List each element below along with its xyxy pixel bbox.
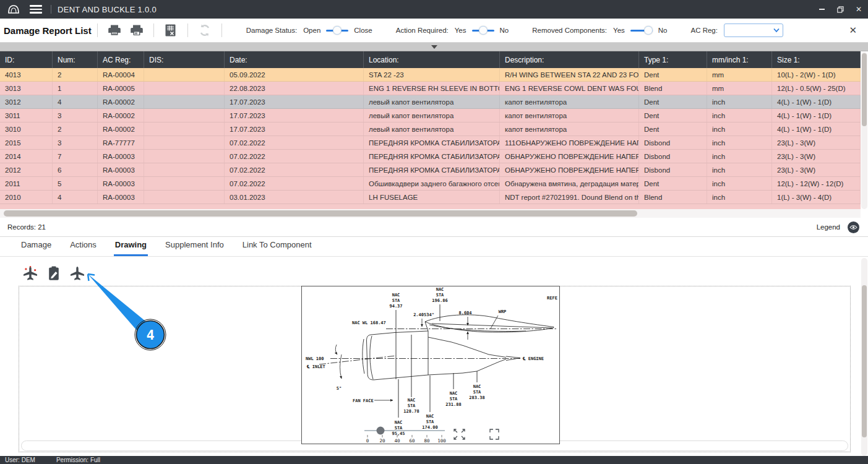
svg-text:231.88: 231.88 [445, 402, 461, 407]
table-cell: 2015 [0, 136, 53, 149]
filter-label: Removed Components: [532, 27, 607, 34]
export-excel-button[interactable] [163, 23, 178, 38]
legend-toggle-button[interactable] [848, 221, 859, 233]
table-cell: 2 [53, 68, 98, 81]
table-cell: RA-77777 [98, 136, 144, 149]
ac-reg-select[interactable] [724, 24, 783, 37]
table-row[interactable]: 30124RA-0000217.07.2023левый капот венти… [0, 95, 861, 109]
print-preview-button[interactable] [129, 23, 144, 38]
column-header[interactable]: mm/inch 1: [707, 51, 772, 68]
svg-text:NAC: NAC [473, 384, 481, 389]
svg-text:NAC: NAC [436, 287, 444, 292]
svg-text:STA: STA [395, 426, 403, 431]
splitter-bar[interactable] [0, 43, 868, 51]
table-row[interactable]: 20147RA-0000307.02.2022ПЕРЕДНЯЯ КРОМКА С… [0, 150, 861, 163]
table-vertical-scrollbar[interactable] [861, 52, 867, 209]
aircraft-damage-markers-icon[interactable] [22, 265, 38, 281]
table-row[interactable]: 40132RA-0000405.09.2022STA 22 -23R/H WIN… [0, 68, 861, 82]
table-row[interactable]: 30131RA-0000522.08.2023ENG 1 REVERSE RH … [0, 82, 861, 95]
table-cell: левый капот вентилятора [364, 109, 500, 122]
column-header[interactable]: Location: [364, 51, 500, 68]
table-cell: inch [707, 136, 772, 149]
column-header[interactable]: ID: [0, 51, 53, 68]
column-header[interactable]: Type 1: [639, 51, 707, 68]
table-cell: 10(L) - 2(W) - 1(D) [772, 68, 861, 81]
table-cell: 3 [53, 109, 98, 122]
aircraft-icon[interactable] [69, 265, 85, 281]
table-cell: inch [707, 95, 772, 108]
eye-icon [849, 225, 857, 230]
svg-text:174.00: 174.00 [422, 425, 437, 430]
table-cell: 2012 [0, 163, 53, 176]
svg-text:NAC WL 168.47: NAC WL 168.47 [352, 320, 386, 325]
drawing-vertical-scrollbar[interactable] [861, 258, 867, 456]
column-header[interactable]: Date: [225, 51, 364, 68]
tab-damage[interactable]: Damage [20, 236, 53, 256]
table-cell: RA-00003 [98, 163, 144, 176]
svg-text:60: 60 [409, 438, 415, 444]
tab-drawing[interactable]: Drawing [114, 236, 148, 256]
table-row[interactable]: 20153RA-7777707.02.2022ПЕРЕДНЯЯ КРОМКА С… [0, 136, 861, 150]
edit-clipboard-icon[interactable] [46, 265, 62, 281]
detail-tabs: DamageActionsDrawingSupplement InfoLink … [0, 238, 868, 257]
svg-text:80: 80 [424, 438, 430, 444]
table-cell: RA-00005 [98, 82, 144, 95]
svg-text:283.38: 283.38 [469, 395, 484, 400]
tab-link-to-component[interactable]: Link To Component [241, 236, 313, 256]
column-header[interactable]: Num: [53, 51, 98, 68]
table-row[interactable]: 20104RA-0000303.01.2023LH FUSELAGENDT re… [0, 191, 861, 204]
table-cell: inch [707, 109, 772, 122]
column-header[interactable]: DIS: [144, 51, 225, 68]
fullscreen-icon[interactable] [490, 429, 499, 439]
minimize-button[interactable] [812, 0, 831, 19]
table-cell: Disbond [639, 163, 707, 176]
legend-label: Legend [817, 223, 840, 231]
table-cell: капот вентилятора [500, 109, 639, 122]
filter-toggle[interactable] [630, 26, 653, 35]
table-cell: NDT report #27021991. Dound Blend on the… [500, 191, 639, 204]
menu-icon[interactable] [30, 5, 42, 14]
table-cell: 05.09.2022 [225, 68, 364, 81]
restore-button[interactable] [831, 0, 849, 19]
app-logo-icon [6, 4, 21, 15]
svg-text:STA: STA [473, 390, 481, 395]
close-report-button[interactable]: ✕ [849, 25, 857, 36]
table-cell: inch [707, 177, 772, 190]
table-row[interactable]: 30102RA-0000217.07.2023левый капот венти… [0, 122, 861, 136]
table-cell [144, 150, 225, 163]
table-cell [144, 163, 225, 176]
close-window-button[interactable]: ✕ [849, 0, 868, 19]
print-button[interactable] [107, 23, 122, 38]
refresh-button[interactable] [197, 23, 212, 38]
tab-actions[interactable]: Actions [69, 236, 98, 256]
table-cell: 5 [53, 177, 98, 190]
table-row[interactable]: 30113RA-0000217.07.2023левый капот венти… [0, 109, 861, 122]
table-cell: Обнаружена вмятина, деградация материала… [500, 177, 639, 190]
column-header[interactable]: Description: [500, 51, 639, 68]
nacelle-drawing[interactable]: NACSTA94.37NACSTA95,45NACSTA196.86NACSTA… [301, 286, 560, 444]
table-row[interactable]: 20115RA-0000307.02.2022Обшивкадвери задн… [0, 177, 861, 191]
table-cell: 2 [53, 122, 98, 135]
ac-reg-label: AC Reg: [691, 27, 718, 34]
table-cell: 3012 [0, 95, 53, 108]
table-cell [144, 95, 225, 108]
table-header: ID:Num:AC Reg:DIS:Date:Location:Descript… [0, 51, 861, 68]
pan-arrows-icon[interactable] [454, 429, 465, 439]
table-horizontal-scrollbar[interactable] [0, 209, 861, 218]
table-cell [144, 136, 225, 149]
svg-text:STA: STA [408, 403, 416, 408]
tab-supplement-info[interactable]: Supplement Info [164, 236, 225, 256]
table-row[interactable]: 20126RA-0000307.02.2022ПЕРЕДНЯЯ КРОМКА С… [0, 163, 861, 177]
svg-text:NAC: NAC [395, 420, 403, 425]
svg-text:℄ INLET: ℄ INLET [306, 364, 325, 369]
column-header[interactable]: AC Reg: [98, 51, 144, 68]
column-header[interactable]: Size 1: [772, 51, 861, 68]
table-cell: 4013 [0, 68, 53, 81]
status-permission: Permission: Full [56, 457, 100, 463]
filter-toggle[interactable] [472, 26, 494, 35]
table-cell: капот вентилятора [500, 95, 639, 108]
table-cell: 4(L) - 1(W) - 1(D) [772, 122, 861, 135]
table-cell: RA-00002 [98, 109, 144, 122]
filter-toggle[interactable] [326, 26, 348, 35]
svg-text:WRP: WRP [499, 309, 507, 314]
